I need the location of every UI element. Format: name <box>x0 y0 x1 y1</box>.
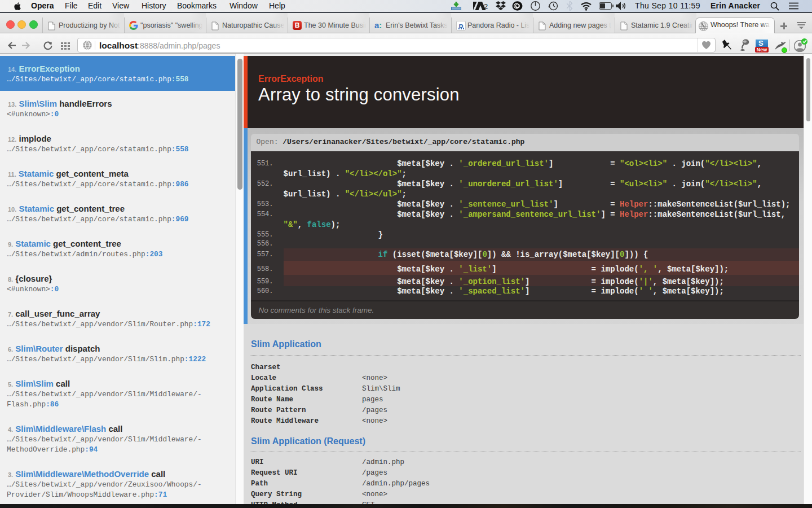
svg-text:2: 2 <box>484 2 488 10</box>
